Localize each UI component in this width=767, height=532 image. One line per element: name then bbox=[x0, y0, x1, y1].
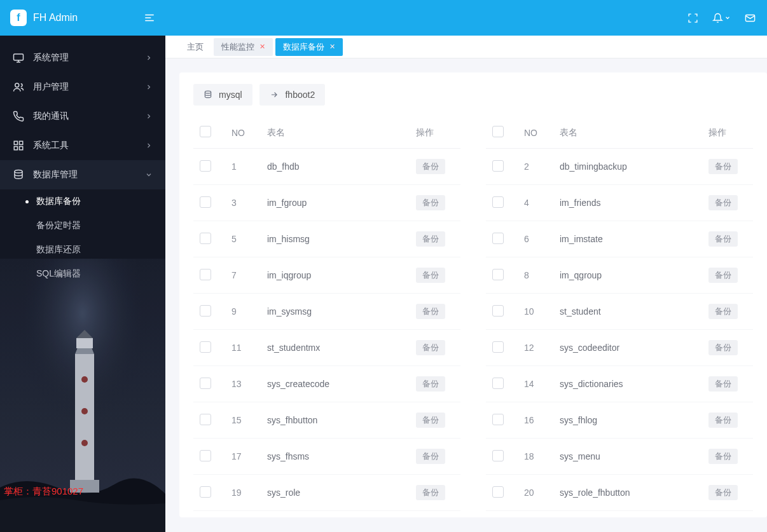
backup-button[interactable]: 备份 bbox=[708, 340, 738, 355]
chevron-down-icon bbox=[724, 15, 731, 21]
subnav-label: SQL编辑器 bbox=[36, 268, 81, 280]
sidebar-subnav: 数据库备份 备份定时器 数据库还原 SQL编辑器 bbox=[0, 189, 165, 286]
row-table-name: im_hismsg bbox=[261, 221, 410, 257]
notifications-button[interactable] bbox=[712, 13, 731, 24]
backup-button[interactable]: 备份 bbox=[708, 449, 738, 464]
row-no: 3 bbox=[225, 185, 261, 221]
header-name: 表名 bbox=[553, 117, 702, 149]
svg-rect-4 bbox=[14, 147, 17, 150]
db-type-button[interactable]: mysql bbox=[193, 84, 252, 106]
backup-button[interactable]: 备份 bbox=[416, 340, 445, 355]
backup-button[interactable]: 备份 bbox=[416, 376, 445, 392]
row-checkbox[interactable] bbox=[200, 160, 211, 172]
row-table-name: sys_fhbutton bbox=[261, 402, 410, 439]
row-checkbox[interactable] bbox=[200, 378, 211, 389]
row-checkbox[interactable] bbox=[492, 450, 504, 461]
backup-button[interactable]: 备份 bbox=[708, 195, 738, 210]
row-checkbox[interactable] bbox=[492, 305, 504, 317]
table-row: 6im_imstate备份 bbox=[486, 221, 753, 257]
users-icon bbox=[13, 81, 24, 93]
table-right: NO 表名 操作 2db_timingbackup备份4im_friends备份… bbox=[486, 117, 753, 511]
backup-button[interactable]: 备份 bbox=[708, 413, 738, 428]
table-row: 8im_qgroup备份 bbox=[486, 257, 753, 294]
tab-close-button[interactable]: ✕ bbox=[259, 43, 265, 51]
backup-button[interactable]: 备份 bbox=[708, 304, 738, 319]
sidebar-item-database-manage[interactable]: 数据库管理 bbox=[0, 160, 165, 189]
tab-performance[interactable]: 性能监控 ✕ bbox=[214, 38, 273, 56]
backup-button[interactable]: 备份 bbox=[708, 231, 738, 247]
backup-button[interactable]: 备份 bbox=[416, 304, 445, 319]
row-checkbox[interactable] bbox=[200, 196, 211, 208]
brand[interactable]: f FH Admin bbox=[10, 10, 78, 26]
topbar bbox=[165, 0, 767, 36]
sidebar-item-system-tools[interactable]: 系统工具 bbox=[0, 131, 165, 160]
sidebar: f FH Admin 系统管理 bbox=[0, 0, 165, 532]
row-table-name: sys_role_fhbutton bbox=[553, 475, 702, 511]
backup-button[interactable]: 备份 bbox=[416, 159, 445, 174]
subnav-item-db-restore[interactable]: 数据库还原 bbox=[0, 238, 165, 262]
messages-button[interactable] bbox=[745, 13, 756, 24]
row-checkbox[interactable] bbox=[200, 486, 211, 498]
schema-label: fhboot2 bbox=[285, 90, 315, 100]
tab-label: 数据库备份 bbox=[283, 41, 324, 53]
schema-button[interactable]: fhboot2 bbox=[259, 84, 325, 106]
table-row: 17sys_fhsms备份 bbox=[193, 439, 460, 475]
backup-button[interactable]: 备份 bbox=[416, 449, 445, 464]
backup-button[interactable]: 备份 bbox=[416, 485, 445, 500]
table-row: 19sys_role备份 bbox=[193, 475, 460, 511]
backup-button[interactable]: 备份 bbox=[708, 159, 738, 174]
db-type-label: mysql bbox=[219, 90, 242, 100]
tab-db-backup[interactable]: 数据库备份 ✕ bbox=[275, 38, 343, 56]
table-row: 16sys_fhlog备份 bbox=[486, 402, 753, 439]
header-no: NO bbox=[225, 117, 261, 149]
backup-button[interactable]: 备份 bbox=[416, 231, 445, 247]
tab-close-button[interactable]: ✕ bbox=[329, 43, 335, 51]
sidebar-item-user-manage[interactable]: 用户管理 bbox=[0, 72, 165, 102]
table-row: 5im_hismsg备份 bbox=[193, 221, 460, 257]
backup-button[interactable]: 备份 bbox=[416, 413, 445, 428]
sidebar-item-my-comm[interactable]: 我的通讯 bbox=[0, 102, 165, 131]
row-checkbox[interactable] bbox=[492, 269, 504, 280]
row-checkbox[interactable] bbox=[200, 414, 211, 425]
table-row: 13sys_createcode备份 bbox=[193, 366, 460, 402]
subnav-item-sql-editor[interactable]: SQL编辑器 bbox=[0, 262, 165, 286]
row-checkbox[interactable] bbox=[492, 160, 504, 172]
mail-icon bbox=[745, 13, 756, 24]
backup-button[interactable]: 备份 bbox=[708, 485, 738, 500]
row-checkbox[interactable] bbox=[200, 341, 211, 353]
row-checkbox[interactable] bbox=[492, 378, 504, 389]
subnav-item-backup-timer[interactable]: 备份定时器 bbox=[0, 214, 165, 238]
table-row: 11st_studentmx备份 bbox=[193, 330, 460, 366]
row-checkbox[interactable] bbox=[492, 486, 504, 498]
row-no: 5 bbox=[225, 221, 261, 257]
row-no: 13 bbox=[225, 366, 261, 402]
row-checkbox[interactable] bbox=[492, 341, 504, 353]
sidebar-item-label: 系统管理 bbox=[33, 52, 69, 64]
row-checkbox[interactable] bbox=[492, 414, 504, 425]
row-no: 7 bbox=[225, 257, 261, 294]
select-all-checkbox[interactable] bbox=[492, 126, 504, 137]
svg-rect-2 bbox=[14, 141, 17, 144]
row-table-name: sys_fhsms bbox=[261, 439, 410, 475]
svg-rect-3 bbox=[20, 141, 23, 144]
row-checkbox[interactable] bbox=[200, 233, 211, 244]
select-all-checkbox[interactable] bbox=[200, 126, 211, 137]
row-no: 17 bbox=[225, 439, 261, 475]
tab-home[interactable]: 主页 bbox=[179, 38, 211, 56]
subnav-item-db-backup[interactable]: 数据库备份 bbox=[0, 189, 165, 214]
row-checkbox[interactable] bbox=[492, 196, 504, 208]
row-checkbox[interactable] bbox=[200, 450, 211, 461]
row-checkbox[interactable] bbox=[492, 233, 504, 244]
backup-button[interactable]: 备份 bbox=[708, 376, 738, 392]
backup-button[interactable]: 备份 bbox=[416, 195, 445, 210]
row-checkbox[interactable] bbox=[200, 305, 211, 317]
sidebar-item-system-manage[interactable]: 系统管理 bbox=[0, 43, 165, 72]
card: mysql fhboot2 bbox=[179, 72, 767, 517]
subnav-label: 备份定时器 bbox=[36, 220, 81, 231]
backup-button[interactable]: 备份 bbox=[416, 268, 445, 283]
menu-toggle-button[interactable] bbox=[144, 12, 155, 24]
row-checkbox[interactable] bbox=[200, 269, 211, 280]
fullscreen-button[interactable] bbox=[688, 13, 698, 24]
subnav-label: 数据库还原 bbox=[36, 244, 81, 256]
backup-button[interactable]: 备份 bbox=[708, 268, 738, 283]
